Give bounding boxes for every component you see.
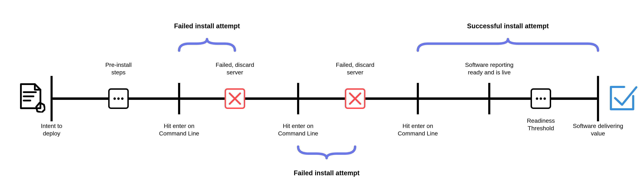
brace_fail_bottom-title: Failed install attempt: [266, 169, 388, 177]
ellipsis-dot: [536, 97, 538, 100]
label-hit1: Hit enter onCommand Line: [139, 122, 219, 137]
brace_success: [418, 39, 598, 51]
label-hit3: Hit enter onCommand Line: [378, 122, 458, 137]
ellipsis-dot: [544, 97, 546, 100]
label-preinstall: Pre-installsteps: [78, 61, 158, 76]
brace_success-title: Successful install attempt: [447, 22, 569, 30]
label-delivering: Software deliveringvalue: [558, 122, 638, 137]
ellipsis-dot: [117, 97, 120, 100]
brace_fail_top-title: Failed install attempt: [146, 22, 268, 30]
timeline-diagram: Intent todeployPre-installstepsHit enter…: [0, 0, 644, 188]
label-fail1: Failed, discardserver: [195, 61, 275, 76]
ellipsis-dot: [114, 97, 116, 100]
brace_fail_top: [179, 39, 235, 51]
ellipsis-dot: [540, 97, 542, 100]
label-hit2: Hit enter onCommand Line: [258, 122, 338, 137]
ellipsis-dot: [121, 97, 124, 100]
label-fail2: Failed, discardserver: [315, 61, 395, 76]
label-intent: Intent todeploy: [12, 122, 92, 137]
label-ready: Software reportingready and is live: [449, 61, 529, 76]
brace_fail_bottom: [298, 147, 355, 158]
